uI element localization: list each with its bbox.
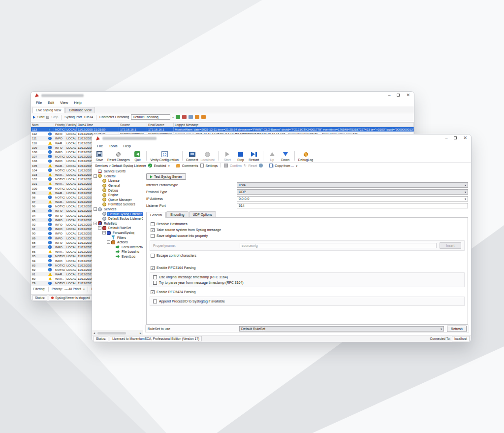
debuglog-button[interactable]: DebugLog	[298, 151, 313, 162]
tab-udp-options[interactable]: UDP Options	[189, 211, 217, 217]
save-original-source-option[interactable]: Save original source into property	[151, 233, 464, 238]
tree-item-services[interactable]: −Services	[92, 207, 143, 212]
append-processid-option[interactable]: Append ProcessID to Syslogtag if availab…	[153, 299, 461, 304]
back-titlebar[interactable]: – ✕	[31, 92, 414, 99]
start-button[interactable]: Start	[37, 115, 44, 119]
minimize-button[interactable]: –	[388, 93, 390, 98]
tree-item-license[interactable]: License	[92, 178, 143, 183]
tree-item-eventlog[interactable]: EventLog	[92, 254, 143, 259]
menu-file[interactable]: File	[33, 100, 45, 105]
checkbox[interactable]	[153, 281, 157, 285]
ruleset-select[interactable]: Default RuleSet▾	[239, 326, 444, 332]
scroll-thumb[interactable]	[97, 332, 126, 334]
rfc3164-option[interactable]: ✓ Enable RFC3164 Parsing	[151, 265, 464, 270]
copy-icon[interactable]	[189, 115, 193, 119]
down-button[interactable]: Down	[280, 151, 291, 162]
expander-icon[interactable]: −	[102, 231, 106, 234]
tree-item-actions[interactable]: −Actions	[92, 240, 143, 245]
connect-button[interactable]: Connect	[186, 151, 198, 162]
priority-filter-dropdown-icon[interactable]: ▾	[83, 287, 85, 291]
confirm-button[interactable]: Confirm	[230, 164, 242, 167]
take-source-option[interactable]: ✓ Take source system from Syslog message	[151, 227, 464, 233]
tree-item-general[interactable]: General	[92, 183, 143, 188]
checkbox[interactable]	[153, 300, 157, 303]
maximize-button[interactable]	[397, 94, 400, 97]
tree-item-engine[interactable]: Engine	[92, 193, 143, 198]
tree-item-default-syslog-listener[interactable]: Default Syslog Listener	[92, 211, 143, 216]
expander-icon[interactable]: −	[94, 174, 97, 178]
menu-file[interactable]: File	[94, 143, 106, 149]
parse-year-option[interactable]: Try to parse year from message timestamp…	[153, 280, 461, 285]
tab-database-view[interactable]: Database View	[65, 107, 95, 113]
tab-general[interactable]: General	[146, 212, 166, 218]
settings-button[interactable]: Settings	[206, 164, 218, 167]
scroll-right-icon[interactable]: ►	[138, 332, 143, 334]
tree-item-forwardsyslog[interactable]: −ForwardSyslog	[92, 231, 143, 235]
insert-button[interactable]: Insert	[440, 242, 461, 249]
protocol-type-select[interactable]: UDP▾	[237, 189, 468, 195]
globe-icon[interactable]	[259, 164, 263, 167]
export-table-icon[interactable]	[176, 115, 180, 119]
resolve-hostnames-option[interactable]: Resolve Hostnames	[151, 221, 464, 227]
enabled-select[interactable]: Enabled	[154, 164, 166, 167]
expander-icon[interactable]: −	[94, 222, 97, 225]
copy-from-dropdown-icon[interactable]: ▾	[296, 164, 297, 167]
priority-filter-select[interactable]: --- All Priorit	[64, 287, 81, 291]
reset-changes-button[interactable]: Reset Changes	[107, 151, 129, 162]
checkbox[interactable]	[153, 275, 157, 279]
start-button[interactable]: Start	[222, 151, 233, 162]
log-row[interactable]: 113iNOTICELOCAL711/12/2025 21:25:59172.1…	[31, 127, 414, 132]
copy-from-button[interactable]: Copy from ...	[275, 164, 294, 167]
enabled-dropdown-icon[interactable]: ▾	[168, 164, 170, 167]
listener-port-input[interactable]: 514	[237, 203, 468, 208]
tree-item-general[interactable]: −General	[92, 174, 143, 179]
tab-encoding[interactable]: Encoding	[166, 211, 188, 217]
close-button[interactable]: ✕	[406, 93, 410, 98]
tree-item-default-syslog-listenercopy[interactable]: Default Syslog ListenerCopy	[92, 216, 143, 221]
close-button[interactable]: ✕	[463, 135, 467, 140]
restart-button[interactable]: Restart	[249, 151, 259, 162]
up-button[interactable]: Up	[267, 151, 278, 162]
checkbox[interactable]	[151, 234, 155, 238]
maximize-button[interactable]	[454, 136, 457, 139]
tree-item-debug[interactable]: Debug	[92, 188, 143, 193]
verify-configuration-button[interactable]: Verify Configuration	[150, 151, 179, 162]
checkbox[interactable]: ✓	[151, 266, 155, 270]
tree-item-queue-manager[interactable]: Queue Manager	[92, 198, 143, 202]
stop-button[interactable]: Stop	[235, 151, 246, 162]
tree-horizontal-scrollbar[interactable]: ◄ ►	[92, 331, 143, 335]
tree-item-permitted-senders[interactable]: Permitted Senders	[92, 202, 143, 207]
checkbox[interactable]	[151, 222, 155, 226]
menu-view[interactable]: View	[57, 100, 71, 105]
tree-item-rulesets[interactable]: −RuleSets	[92, 221, 143, 226]
save-button[interactable]: Save	[94, 151, 105, 162]
use-original-timestamp-option[interactable]: Use original message timestamp (RFC 3164…	[153, 274, 461, 280]
encoding-dropdown-icon[interactable]: ▾	[172, 115, 174, 119]
menu-edit[interactable]: Edit	[45, 100, 57, 105]
tab-live-syslog-view[interactable]: Live Syslog View	[32, 107, 64, 113]
checkbox[interactable]	[151, 254, 155, 258]
test-syslog-server-button[interactable]: Test Syslog Server	[146, 173, 186, 180]
stop-button[interactable]: Stop	[51, 115, 58, 119]
cleanup-all-icon[interactable]	[201, 115, 206, 119]
expander-icon[interactable]: −	[98, 226, 101, 230]
quit-button[interactable]: Quit	[132, 151, 143, 162]
reset-button[interactable]: Reset	[249, 164, 257, 167]
character-encoding-select[interactable]: Default Encoding	[131, 114, 170, 120]
propertyname-input[interactable]: sourceorig	[240, 243, 437, 248]
expander-icon[interactable]: −	[107, 240, 110, 244]
comments-button[interactable]: Comments	[182, 164, 198, 167]
syslog-port-value[interactable]: 10514	[84, 115, 93, 119]
escape-control-option[interactable]: Escape control characters	[151, 253, 464, 258]
menu-help[interactable]: Help	[121, 143, 134, 149]
rfc5424-option[interactable]: ✓ Enable RFC5424 Parsing	[151, 289, 464, 295]
checkbox[interactable]: ✓	[151, 290, 155, 294]
refresh-button[interactable]: Refresh	[447, 326, 467, 332]
tree-item-local-interactive[interactable]: Local Interactive	[92, 245, 143, 250]
front-titlebar[interactable]: – ✕	[92, 134, 471, 142]
tree-item-default-ruleset[interactable]: −Default RuleSet	[92, 226, 143, 231]
internet-protocol-select[interactable]: IPv4▾	[237, 182, 468, 188]
menu-help[interactable]: Help	[71, 100, 84, 105]
localhost-button[interactable]: Localhost	[201, 151, 215, 162]
minimize-button[interactable]: –	[445, 135, 447, 140]
